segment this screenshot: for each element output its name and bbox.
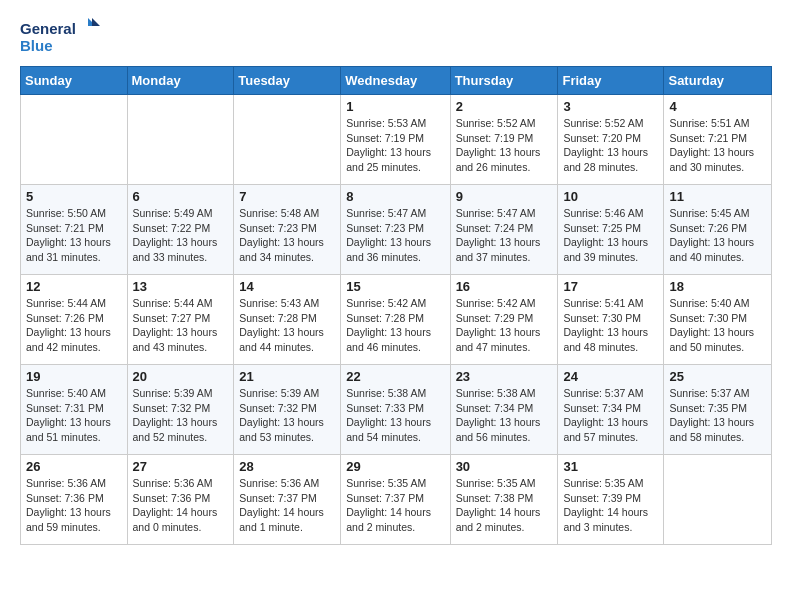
calendar-week-row: 5Sunrise: 5:50 AMSunset: 7:21 PMDaylight… <box>21 185 772 275</box>
calendar-body: 1Sunrise: 5:53 AMSunset: 7:19 PMDaylight… <box>21 95 772 545</box>
day-number: 24 <box>563 369 658 384</box>
day-info: Sunrise: 5:52 AMSunset: 7:20 PMDaylight:… <box>563 116 658 175</box>
calendar-cell: 19Sunrise: 5:40 AMSunset: 7:31 PMDayligh… <box>21 365 128 455</box>
calendar-cell: 3Sunrise: 5:52 AMSunset: 7:20 PMDaylight… <box>558 95 664 185</box>
day-number: 13 <box>133 279 229 294</box>
day-info: Sunrise: 5:41 AMSunset: 7:30 PMDaylight:… <box>563 296 658 355</box>
day-number: 12 <box>26 279 122 294</box>
day-info: Sunrise: 5:38 AMSunset: 7:34 PMDaylight:… <box>456 386 553 445</box>
logo-svg: General Blue <box>20 16 100 56</box>
day-number: 9 <box>456 189 553 204</box>
day-info: Sunrise: 5:39 AMSunset: 7:32 PMDaylight:… <box>239 386 335 445</box>
calendar-cell: 14Sunrise: 5:43 AMSunset: 7:28 PMDayligh… <box>234 275 341 365</box>
calendar-cell: 24Sunrise: 5:37 AMSunset: 7:34 PMDayligh… <box>558 365 664 455</box>
day-info: Sunrise: 5:37 AMSunset: 7:34 PMDaylight:… <box>563 386 658 445</box>
svg-text:Blue: Blue <box>20 37 53 54</box>
day-number: 22 <box>346 369 444 384</box>
calendar-cell: 20Sunrise: 5:39 AMSunset: 7:32 PMDayligh… <box>127 365 234 455</box>
calendar-cell <box>21 95 128 185</box>
day-info: Sunrise: 5:38 AMSunset: 7:33 PMDaylight:… <box>346 386 444 445</box>
day-info: Sunrise: 5:42 AMSunset: 7:28 PMDaylight:… <box>346 296 444 355</box>
calendar-table: SundayMondayTuesdayWednesdayThursdayFrid… <box>20 66 772 545</box>
day-info: Sunrise: 5:35 AMSunset: 7:39 PMDaylight:… <box>563 476 658 535</box>
day-number: 18 <box>669 279 766 294</box>
calendar-cell: 5Sunrise: 5:50 AMSunset: 7:21 PMDaylight… <box>21 185 128 275</box>
calendar-cell: 28Sunrise: 5:36 AMSunset: 7:37 PMDayligh… <box>234 455 341 545</box>
day-info: Sunrise: 5:36 AMSunset: 7:36 PMDaylight:… <box>26 476 122 535</box>
day-number: 10 <box>563 189 658 204</box>
logo: General Blue <box>20 16 100 56</box>
day-number: 27 <box>133 459 229 474</box>
day-number: 28 <box>239 459 335 474</box>
day-number: 6 <box>133 189 229 204</box>
day-number: 20 <box>133 369 229 384</box>
day-info: Sunrise: 5:45 AMSunset: 7:26 PMDaylight:… <box>669 206 766 265</box>
day-number: 14 <box>239 279 335 294</box>
calendar-cell: 2Sunrise: 5:52 AMSunset: 7:19 PMDaylight… <box>450 95 558 185</box>
calendar-cell: 26Sunrise: 5:36 AMSunset: 7:36 PMDayligh… <box>21 455 128 545</box>
calendar-cell: 13Sunrise: 5:44 AMSunset: 7:27 PMDayligh… <box>127 275 234 365</box>
day-number: 17 <box>563 279 658 294</box>
calendar-cell: 29Sunrise: 5:35 AMSunset: 7:37 PMDayligh… <box>341 455 450 545</box>
day-info: Sunrise: 5:40 AMSunset: 7:30 PMDaylight:… <box>669 296 766 355</box>
day-info: Sunrise: 5:35 AMSunset: 7:38 PMDaylight:… <box>456 476 553 535</box>
day-number: 11 <box>669 189 766 204</box>
day-info: Sunrise: 5:36 AMSunset: 7:36 PMDaylight:… <box>133 476 229 535</box>
day-info: Sunrise: 5:47 AMSunset: 7:23 PMDaylight:… <box>346 206 444 265</box>
calendar-header-friday: Friday <box>558 67 664 95</box>
day-info: Sunrise: 5:42 AMSunset: 7:29 PMDaylight:… <box>456 296 553 355</box>
svg-text:General: General <box>20 20 76 37</box>
calendar-cell: 31Sunrise: 5:35 AMSunset: 7:39 PMDayligh… <box>558 455 664 545</box>
day-info: Sunrise: 5:49 AMSunset: 7:22 PMDaylight:… <box>133 206 229 265</box>
calendar-cell: 23Sunrise: 5:38 AMSunset: 7:34 PMDayligh… <box>450 365 558 455</box>
calendar-cell: 30Sunrise: 5:35 AMSunset: 7:38 PMDayligh… <box>450 455 558 545</box>
day-number: 3 <box>563 99 658 114</box>
day-number: 4 <box>669 99 766 114</box>
calendar-week-row: 26Sunrise: 5:36 AMSunset: 7:36 PMDayligh… <box>21 455 772 545</box>
day-number: 5 <box>26 189 122 204</box>
day-number: 2 <box>456 99 553 114</box>
calendar-week-row: 12Sunrise: 5:44 AMSunset: 7:26 PMDayligh… <box>21 275 772 365</box>
calendar-header-saturday: Saturday <box>664 67 772 95</box>
calendar-week-row: 1Sunrise: 5:53 AMSunset: 7:19 PMDaylight… <box>21 95 772 185</box>
calendar-header-tuesday: Tuesday <box>234 67 341 95</box>
calendar-cell: 21Sunrise: 5:39 AMSunset: 7:32 PMDayligh… <box>234 365 341 455</box>
calendar-cell: 12Sunrise: 5:44 AMSunset: 7:26 PMDayligh… <box>21 275 128 365</box>
day-number: 15 <box>346 279 444 294</box>
calendar-cell <box>234 95 341 185</box>
day-number: 31 <box>563 459 658 474</box>
day-number: 16 <box>456 279 553 294</box>
calendar-cell: 27Sunrise: 5:36 AMSunset: 7:36 PMDayligh… <box>127 455 234 545</box>
calendar-cell: 17Sunrise: 5:41 AMSunset: 7:30 PMDayligh… <box>558 275 664 365</box>
calendar-cell: 9Sunrise: 5:47 AMSunset: 7:24 PMDaylight… <box>450 185 558 275</box>
day-info: Sunrise: 5:53 AMSunset: 7:19 PMDaylight:… <box>346 116 444 175</box>
day-number: 25 <box>669 369 766 384</box>
day-number: 30 <box>456 459 553 474</box>
day-info: Sunrise: 5:37 AMSunset: 7:35 PMDaylight:… <box>669 386 766 445</box>
calendar-cell: 8Sunrise: 5:47 AMSunset: 7:23 PMDaylight… <box>341 185 450 275</box>
day-info: Sunrise: 5:40 AMSunset: 7:31 PMDaylight:… <box>26 386 122 445</box>
calendar-cell: 1Sunrise: 5:53 AMSunset: 7:19 PMDaylight… <box>341 95 450 185</box>
day-info: Sunrise: 5:46 AMSunset: 7:25 PMDaylight:… <box>563 206 658 265</box>
day-info: Sunrise: 5:47 AMSunset: 7:24 PMDaylight:… <box>456 206 553 265</box>
day-info: Sunrise: 5:52 AMSunset: 7:19 PMDaylight:… <box>456 116 553 175</box>
day-info: Sunrise: 5:48 AMSunset: 7:23 PMDaylight:… <box>239 206 335 265</box>
day-info: Sunrise: 5:43 AMSunset: 7:28 PMDaylight:… <box>239 296 335 355</box>
day-number: 1 <box>346 99 444 114</box>
calendar-week-row: 19Sunrise: 5:40 AMSunset: 7:31 PMDayligh… <box>21 365 772 455</box>
calendar-cell: 10Sunrise: 5:46 AMSunset: 7:25 PMDayligh… <box>558 185 664 275</box>
calendar-header-monday: Monday <box>127 67 234 95</box>
calendar-header-row: SundayMondayTuesdayWednesdayThursdayFrid… <box>21 67 772 95</box>
day-number: 21 <box>239 369 335 384</box>
day-info: Sunrise: 5:36 AMSunset: 7:37 PMDaylight:… <box>239 476 335 535</box>
calendar-cell: 18Sunrise: 5:40 AMSunset: 7:30 PMDayligh… <box>664 275 772 365</box>
day-number: 19 <box>26 369 122 384</box>
calendar-cell: 7Sunrise: 5:48 AMSunset: 7:23 PMDaylight… <box>234 185 341 275</box>
day-info: Sunrise: 5:44 AMSunset: 7:27 PMDaylight:… <box>133 296 229 355</box>
day-info: Sunrise: 5:39 AMSunset: 7:32 PMDaylight:… <box>133 386 229 445</box>
day-number: 29 <box>346 459 444 474</box>
page-header: General Blue <box>20 16 772 56</box>
calendar-cell: 11Sunrise: 5:45 AMSunset: 7:26 PMDayligh… <box>664 185 772 275</box>
day-number: 8 <box>346 189 444 204</box>
calendar-cell: 16Sunrise: 5:42 AMSunset: 7:29 PMDayligh… <box>450 275 558 365</box>
